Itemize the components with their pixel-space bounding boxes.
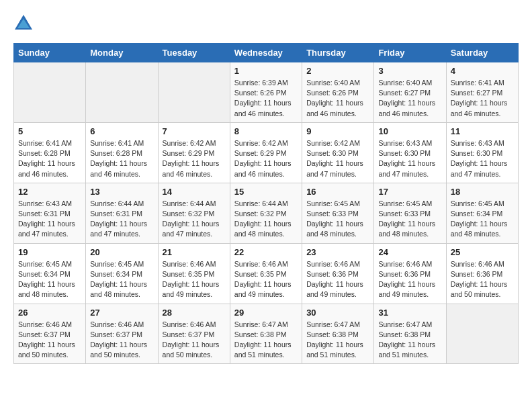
calendar-cell: 23Sunrise: 6:46 AM Sunset: 6:36 PM Dayli… [302, 243, 374, 304]
calendar-week-row: 1Sunrise: 6:39 AM Sunset: 6:26 PM Daylig… [14, 62, 519, 123]
day-number: 8 [234, 126, 298, 136]
calendar-cell: 29Sunrise: 6:47 AM Sunset: 6:38 PM Dayli… [230, 304, 302, 364]
day-number: 10 [378, 126, 441, 136]
calendar-cell: 31Sunrise: 6:47 AM Sunset: 6:38 PM Dayli… [374, 304, 446, 364]
day-info: Sunrise: 6:42 AM Sunset: 6:30 PM Dayligh… [306, 138, 369, 179]
day-number: 17 [378, 187, 441, 197]
day-info: Sunrise: 6:39 AM Sunset: 6:26 PM Dayligh… [234, 78, 298, 119]
day-number: 16 [306, 187, 369, 197]
day-info: Sunrise: 6:43 AM Sunset: 6:31 PM Dayligh… [18, 199, 81, 240]
calendar-cell: 2Sunrise: 6:40 AM Sunset: 6:26 PM Daylig… [302, 62, 374, 123]
day-number: 12 [18, 187, 81, 197]
calendar-cell: 3Sunrise: 6:40 AM Sunset: 6:27 PM Daylig… [374, 62, 446, 123]
calendar-cell [14, 62, 86, 123]
day-number: 24 [378, 247, 441, 257]
day-info: Sunrise: 6:47 AM Sunset: 6:38 PM Dayligh… [306, 320, 369, 361]
calendar-week-row: 5Sunrise: 6:41 AM Sunset: 6:28 PM Daylig… [14, 122, 519, 183]
day-info: Sunrise: 6:41 AM Sunset: 6:27 PM Dayligh… [451, 78, 514, 119]
day-info: Sunrise: 6:42 AM Sunset: 6:29 PM Dayligh… [163, 138, 226, 179]
calendar-cell [86, 62, 158, 123]
day-info: Sunrise: 6:46 AM Sunset: 6:36 PM Dayligh… [451, 259, 514, 300]
day-number: 2 [306, 66, 369, 76]
calendar-cell: 18Sunrise: 6:45 AM Sunset: 6:34 PM Dayli… [446, 183, 518, 243]
day-number: 29 [234, 308, 298, 318]
day-number: 26 [18, 308, 81, 318]
day-header-thursday: Thursday [302, 44, 374, 62]
day-info: Sunrise: 6:46 AM Sunset: 6:37 PM Dayligh… [90, 320, 153, 361]
day-info: Sunrise: 6:45 AM Sunset: 6:34 PM Dayligh… [451, 199, 514, 240]
calendar-cell: 11Sunrise: 6:43 AM Sunset: 6:30 PM Dayli… [446, 122, 518, 183]
day-info: Sunrise: 6:41 AM Sunset: 6:28 PM Dayligh… [18, 138, 81, 179]
day-info: Sunrise: 6:47 AM Sunset: 6:38 PM Dayligh… [378, 320, 441, 361]
calendar-cell: 21Sunrise: 6:46 AM Sunset: 6:35 PM Dayli… [158, 243, 230, 304]
day-info: Sunrise: 6:43 AM Sunset: 6:30 PM Dayligh… [451, 138, 514, 179]
calendar-cell: 22Sunrise: 6:46 AM Sunset: 6:35 PM Dayli… [230, 243, 302, 304]
day-info: Sunrise: 6:46 AM Sunset: 6:36 PM Dayligh… [306, 259, 369, 300]
day-info: Sunrise: 6:46 AM Sunset: 6:37 PM Dayligh… [163, 320, 226, 361]
day-info: Sunrise: 6:45 AM Sunset: 6:33 PM Dayligh… [306, 199, 369, 240]
day-info: Sunrise: 6:46 AM Sunset: 6:37 PM Dayligh… [18, 320, 81, 361]
day-number: 27 [90, 308, 153, 318]
calendar-week-row: 19Sunrise: 6:45 AM Sunset: 6:34 PM Dayli… [14, 243, 519, 304]
logo [13, 13, 36, 32]
day-header-wednesday: Wednesday [230, 44, 302, 62]
calendar-table: SundayMondayTuesdayWednesdayThursdayFrid… [13, 43, 519, 364]
calendar-week-row: 12Sunrise: 6:43 AM Sunset: 6:31 PM Dayli… [14, 183, 519, 243]
day-info: Sunrise: 6:40 AM Sunset: 6:26 PM Dayligh… [306, 78, 369, 119]
day-info: Sunrise: 6:44 AM Sunset: 6:31 PM Dayligh… [90, 199, 153, 240]
calendar-cell: 25Sunrise: 6:46 AM Sunset: 6:36 PM Dayli… [446, 243, 518, 304]
day-info: Sunrise: 6:45 AM Sunset: 6:34 PM Dayligh… [18, 259, 81, 300]
calendar-cell: 15Sunrise: 6:44 AM Sunset: 6:32 PM Dayli… [230, 183, 302, 243]
day-number: 31 [378, 308, 441, 318]
day-number: 11 [451, 126, 514, 136]
day-number: 9 [306, 126, 369, 136]
day-number: 4 [451, 66, 514, 76]
calendar-week-row: 26Sunrise: 6:46 AM Sunset: 6:37 PM Dayli… [14, 304, 519, 364]
calendar-cell: 28Sunrise: 6:46 AM Sunset: 6:37 PM Dayli… [158, 304, 230, 364]
day-header-sunday: Sunday [14, 44, 86, 62]
day-info: Sunrise: 6:43 AM Sunset: 6:30 PM Dayligh… [378, 138, 441, 179]
day-number: 14 [163, 187, 226, 197]
day-number: 19 [18, 247, 81, 257]
day-header-friday: Friday [374, 44, 446, 62]
day-info: Sunrise: 6:46 AM Sunset: 6:36 PM Dayligh… [378, 259, 441, 300]
day-number: 21 [163, 247, 226, 257]
day-number: 7 [163, 126, 226, 136]
day-number: 13 [90, 187, 153, 197]
calendar-cell: 26Sunrise: 6:46 AM Sunset: 6:37 PM Dayli… [14, 304, 86, 364]
logo-icon [13, 13, 34, 32]
day-info: Sunrise: 6:44 AM Sunset: 6:32 PM Dayligh… [163, 199, 226, 240]
calendar-cell: 16Sunrise: 6:45 AM Sunset: 6:33 PM Dayli… [302, 183, 374, 243]
day-number: 30 [306, 308, 369, 318]
day-info: Sunrise: 6:46 AM Sunset: 6:35 PM Dayligh… [163, 259, 226, 300]
day-number: 3 [378, 66, 441, 76]
calendar-cell: 1Sunrise: 6:39 AM Sunset: 6:26 PM Daylig… [230, 62, 302, 123]
calendar-cell: 6Sunrise: 6:41 AM Sunset: 6:28 PM Daylig… [86, 122, 158, 183]
day-number: 5 [18, 126, 81, 136]
calendar-cell: 13Sunrise: 6:44 AM Sunset: 6:31 PM Dayli… [86, 183, 158, 243]
day-info: Sunrise: 6:40 AM Sunset: 6:27 PM Dayligh… [378, 78, 441, 119]
day-info: Sunrise: 6:46 AM Sunset: 6:35 PM Dayligh… [234, 259, 298, 300]
day-info: Sunrise: 6:42 AM Sunset: 6:29 PM Dayligh… [234, 138, 298, 179]
calendar-cell: 24Sunrise: 6:46 AM Sunset: 6:36 PM Dayli… [374, 243, 446, 304]
calendar-cell: 27Sunrise: 6:46 AM Sunset: 6:37 PM Dayli… [86, 304, 158, 364]
day-header-saturday: Saturday [446, 44, 518, 62]
day-number: 6 [90, 126, 153, 136]
day-number: 20 [90, 247, 153, 257]
calendar-cell: 7Sunrise: 6:42 AM Sunset: 6:29 PM Daylig… [158, 122, 230, 183]
calendar-cell: 4Sunrise: 6:41 AM Sunset: 6:27 PM Daylig… [446, 62, 518, 123]
calendar-cell: 8Sunrise: 6:42 AM Sunset: 6:29 PM Daylig… [230, 122, 302, 183]
day-number: 25 [451, 247, 514, 257]
day-info: Sunrise: 6:41 AM Sunset: 6:28 PM Dayligh… [90, 138, 153, 179]
calendar-cell: 19Sunrise: 6:45 AM Sunset: 6:34 PM Dayli… [14, 243, 86, 304]
calendar-header-row: SundayMondayTuesdayWednesdayThursdayFrid… [14, 44, 519, 62]
calendar-cell: 10Sunrise: 6:43 AM Sunset: 6:30 PM Dayli… [374, 122, 446, 183]
day-number: 1 [234, 66, 298, 76]
day-number: 18 [451, 187, 514, 197]
day-number: 22 [234, 247, 298, 257]
day-number: 28 [163, 308, 226, 318]
page-header [13, 13, 519, 32]
day-info: Sunrise: 6:45 AM Sunset: 6:34 PM Dayligh… [90, 259, 153, 300]
day-header-tuesday: Tuesday [158, 44, 230, 62]
calendar-cell: 5Sunrise: 6:41 AM Sunset: 6:28 PM Daylig… [14, 122, 86, 183]
